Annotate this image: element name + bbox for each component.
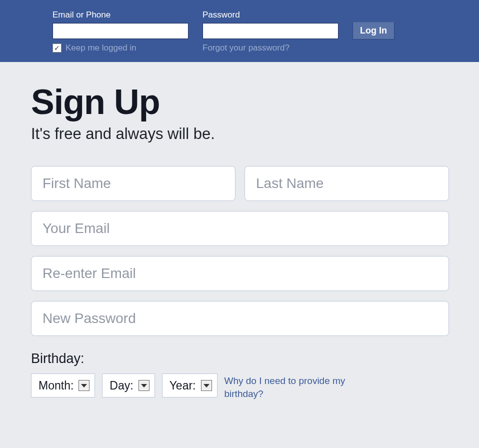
signup-title: Sign Up [31,82,449,122]
forgot-password-link[interactable]: Forgot your password? [202,43,338,53]
login-button-column: Log In [352,10,394,40]
check-icon: ✓ [54,44,60,52]
last-name-input[interactable] [244,166,449,201]
login-email-column: Email or Phone ✓ Keep me logged in [52,10,188,53]
name-row [31,166,449,201]
login-bar: Email or Phone ✓ Keep me logged in Passw… [0,0,479,62]
password-input[interactable] [202,23,338,39]
year-select[interactable]: Year: [162,374,218,398]
signup-email-input[interactable] [31,211,449,246]
month-select[interactable]: Month: [31,374,95,398]
reemail-row [31,256,449,291]
login-bar-inner: Email or Phone ✓ Keep me logged in Passw… [0,10,479,53]
login-password-column: Password Forgot your password? [202,10,338,53]
keep-logged-in-row: ✓ Keep me logged in [52,43,188,53]
email-input[interactable] [52,23,188,39]
day-select[interactable]: Day: [102,374,154,398]
password-row [31,301,449,336]
chevron-down-icon [78,380,90,391]
signup-subtitle: It's free and always will be. [31,125,449,143]
chevron-down-icon [201,380,212,391]
chevron-down-icon [138,380,150,391]
email-label: Email or Phone [52,10,188,20]
keep-logged-in-label: Keep me logged in [66,43,136,53]
keep-logged-in-checkbox[interactable]: ✓ [52,44,62,52]
year-select-label: Year: [170,379,196,392]
month-select-label: Month: [38,379,74,392]
birthday-row: Month: Day: Year: Why do I need to provi… [31,374,449,400]
why-birthday-link[interactable]: Why do I need to provide my birthday? [224,374,364,400]
password-label: Password [202,10,338,20]
login-button[interactable]: Log In [352,22,394,40]
birthday-label: Birthday: [31,351,449,366]
new-password-input[interactable] [31,301,449,336]
signup-section: Sign Up It's free and always will be. Bi… [0,62,479,400]
email-row [31,211,449,246]
day-select-label: Day: [110,379,133,392]
reenter-email-input[interactable] [31,256,449,291]
first-name-input[interactable] [31,166,236,201]
